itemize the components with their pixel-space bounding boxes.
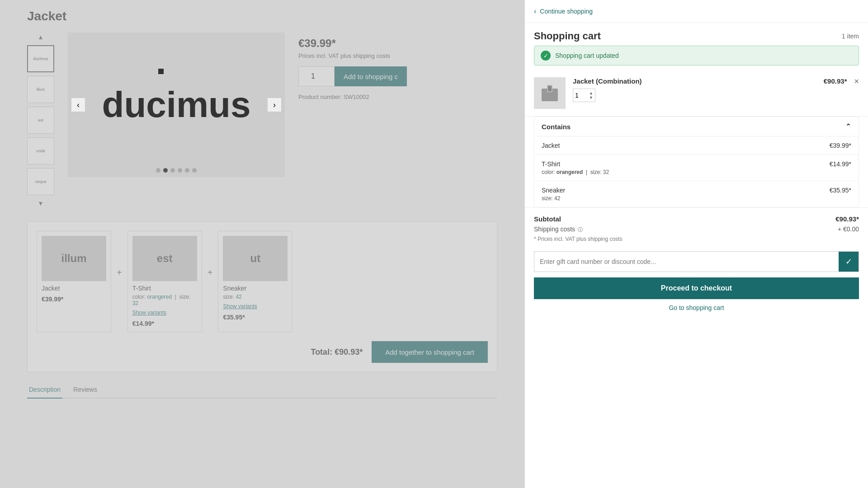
cart-item-price: €90.93* bbox=[824, 77, 847, 85]
bundle-item-jacket-image: illum bbox=[42, 236, 106, 281]
bundle-item-sneaker: ut Sneaker size: 42 Show variants €35.95… bbox=[218, 231, 292, 332]
contains-tshirt-price: €14.99* bbox=[830, 160, 851, 168]
dot-0[interactable] bbox=[156, 168, 160, 173]
bundle-item-tshirt-details: color: orangered | size: 32 bbox=[132, 294, 197, 306]
image-dots bbox=[156, 168, 197, 173]
thumbnail-item-2[interactable]: est bbox=[27, 107, 54, 134]
shipping-label: Shipping costs ⓘ bbox=[534, 225, 583, 233]
contains-tshirt-detail: color: orangered | size: 32 bbox=[542, 169, 609, 175]
discount-submit-button[interactable]: ✓ bbox=[839, 252, 859, 272]
shipping-row: Shipping costs ⓘ + €0.00 bbox=[534, 225, 859, 233]
contains-sneaker-price: €35.95* bbox=[830, 187, 851, 194]
dot-2[interactable] bbox=[170, 168, 175, 173]
main-image-text: ducimus bbox=[102, 84, 251, 126]
cart-panel: ‹ Continue shopping Shopping cart 1 item… bbox=[524, 0, 868, 488]
continue-shopping-label[interactable]: Continue shopping bbox=[540, 8, 593, 15]
thumbnail-item-3[interactable]: unde bbox=[27, 137, 54, 164]
cart-item-qty-row: 1 ▲ ▼ bbox=[573, 89, 816, 102]
go-to-shopping-cart-link[interactable]: Go to shopping cart bbox=[669, 304, 724, 311]
sneaker-size: 42 bbox=[236, 294, 241, 300]
main-content: Jacket ▲ ducimus illum est unde neque ▼ … bbox=[0, 0, 524, 488]
dot-5[interactable] bbox=[192, 168, 197, 173]
vat-note: * Prices incl. VAT plus shipping costs bbox=[534, 236, 859, 242]
product-price: €39.99* bbox=[298, 37, 497, 50]
svg-rect-2 bbox=[548, 86, 552, 91]
dot-3[interactable] bbox=[178, 168, 182, 173]
bundle-item-sneaker-image: ut bbox=[223, 236, 288, 281]
contains-label: Contains bbox=[542, 123, 571, 131]
show-variants-link-tshirt[interactable]: Show variants bbox=[132, 310, 166, 316]
thumbnail-item-1[interactable]: illum bbox=[27, 76, 54, 103]
image-prev-button[interactable]: ‹ bbox=[71, 98, 85, 112]
bundle-item-sneaker-details: size: 42 bbox=[223, 294, 288, 300]
bundle-item-tshirt-name: T-Shirt bbox=[132, 285, 197, 292]
cart-item: Jacket (Combination) 1 ▲ ▼ €90.93* × bbox=[525, 70, 868, 117]
sneaker-size-detail: 42 bbox=[554, 195, 560, 202]
shipping-info-icon: ⓘ bbox=[578, 227, 583, 232]
product-title: Jacket bbox=[27, 9, 497, 23]
product-number-value: SW10002 bbox=[344, 94, 369, 100]
product-area: Jacket ▲ ducimus illum est unde neque ▼ … bbox=[0, 0, 524, 408]
tab-description[interactable]: Description bbox=[27, 381, 62, 399]
bundle-items: illum Jacket €39.99* + est T-Shirt color… bbox=[37, 231, 488, 332]
cart-item-name: Jacket (Combination) bbox=[573, 77, 816, 85]
cart-item-subtitle: (Combination) bbox=[596, 77, 642, 85]
shipping-value: + €0.00 bbox=[838, 225, 859, 233]
contains-row-jacket: Jacket €39.99* bbox=[534, 136, 859, 155]
dot-4[interactable] bbox=[185, 168, 189, 173]
product-number: Product number: SW10002 bbox=[298, 94, 497, 100]
bundle-item-jacket: illum Jacket €39.99* bbox=[37, 231, 111, 332]
contains-item-jacket: Jacket bbox=[542, 142, 560, 149]
contains-sneaker-detail: size: 42 bbox=[542, 195, 565, 202]
thumbnail-item-4[interactable]: neque bbox=[27, 168, 54, 195]
qty-down-arrow[interactable]: ▼ bbox=[589, 95, 593, 100]
add-together-button[interactable]: Add together to shopping cart bbox=[372, 341, 488, 363]
check-circle-icon: ✓ bbox=[541, 51, 551, 61]
bundle-item-jacket-name: Jacket bbox=[42, 285, 106, 292]
bundle-item-tshirt-price: €14.99* bbox=[132, 320, 197, 327]
cart-qty-value: 1 bbox=[575, 92, 579, 99]
chevron-left-icon: ‹ bbox=[534, 7, 536, 15]
discount-input[interactable] bbox=[534, 252, 839, 272]
bundle-section: illum Jacket €39.99* + est T-Shirt color… bbox=[27, 221, 497, 372]
contains-tshirt-name: T-Shirt bbox=[542, 160, 609, 168]
show-variants-link-sneaker[interactable]: Show variants bbox=[223, 303, 257, 310]
thumb-nav-up[interactable]: ▲ bbox=[32, 33, 50, 42]
cart-qty-arrows[interactable]: ▲ ▼ bbox=[589, 91, 593, 100]
qty-add-row: Add to shopping c bbox=[298, 66, 497, 86]
bundle-total-row: Total: €90.93* Add together to shopping … bbox=[37, 341, 488, 363]
continue-shopping-row[interactable]: ‹ Continue shopping bbox=[525, 0, 868, 23]
quantity-input[interactable] bbox=[298, 66, 335, 86]
contains-header[interactable]: Contains ⌃ bbox=[534, 117, 859, 136]
qty-up-arrow[interactable]: ▲ bbox=[589, 91, 593, 95]
cart-item-remove-button[interactable]: × bbox=[854, 77, 859, 85]
thumb-nav-down[interactable]: ▼ bbox=[32, 199, 50, 208]
thumbnail-list: ▲ ducimus illum est unde neque ▼ bbox=[27, 33, 54, 208]
add-to-shopping-button[interactable]: Add to shopping c bbox=[335, 66, 407, 86]
thumbnail-item-0[interactable]: ducimus bbox=[27, 45, 54, 72]
subtotal-value: €90.93* bbox=[835, 215, 859, 223]
proceed-to-checkout-button[interactable]: Proceed to checkout bbox=[534, 277, 859, 299]
bundle-item-tshirt-image: est bbox=[132, 236, 197, 281]
contains-row-tshirt: T-Shirt color: orangered | size: 32 €14.… bbox=[534, 155, 859, 181]
cart-qty-box: 1 ▲ ▼ bbox=[573, 89, 595, 102]
subtotal-label: Subtotal bbox=[534, 215, 561, 223]
product-layout: ▲ ducimus illum est unde neque ▼ ducimus… bbox=[27, 33, 497, 208]
bundle-total-value: €90.93* bbox=[335, 347, 363, 357]
cart-updated-text: Shopping cart updated bbox=[555, 52, 619, 59]
contains-section: Contains ⌃ Jacket €39.99* T-Shirt color:… bbox=[534, 117, 859, 207]
contains-item-tshirt: T-Shirt color: orangered | size: 32 bbox=[542, 160, 609, 175]
dot-1[interactable] bbox=[163, 168, 168, 173]
product-number-label: Product number: bbox=[298, 94, 342, 100]
bundle-item-tshirt-show-variants[interactable]: Show variants bbox=[132, 308, 197, 316]
go-to-cart-row: Go to shopping cart bbox=[525, 304, 868, 312]
bundle-item-sneaker-show-variants[interactable]: Show variants bbox=[223, 302, 288, 310]
bundle-item-jacket-price: €39.99* bbox=[42, 296, 106, 303]
cart-count: 1 item bbox=[842, 33, 859, 40]
subtotal-row: Subtotal €90.93* bbox=[534, 215, 859, 223]
image-next-button[interactable]: › bbox=[268, 98, 281, 112]
tab-reviews[interactable]: Reviews bbox=[71, 381, 99, 399]
subtotal-section: Subtotal €90.93* Shipping costs ⓘ + €0.0… bbox=[525, 207, 868, 251]
cart-updated-banner: ✓ Shopping cart updated bbox=[534, 46, 859, 66]
plus-sign-1: + bbox=[116, 213, 123, 332]
